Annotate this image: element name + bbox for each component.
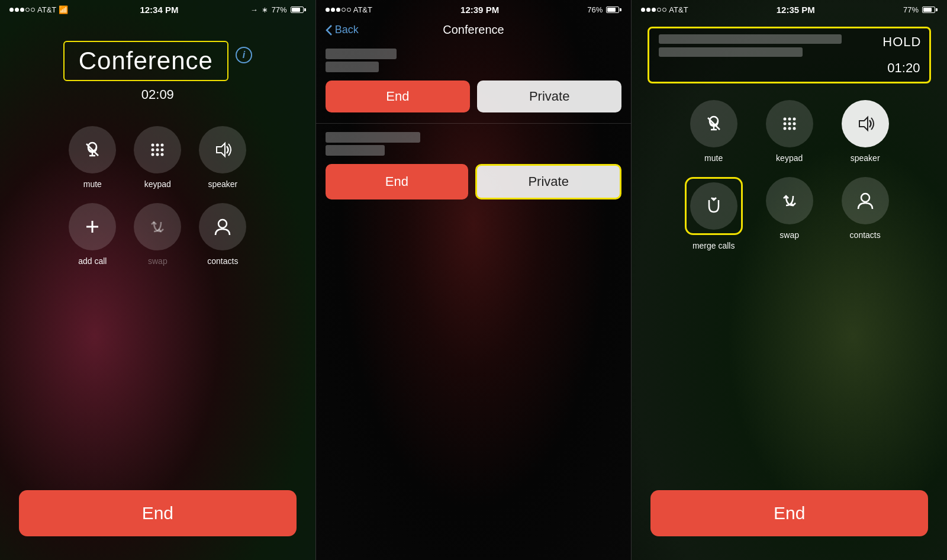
hold-box: HOLD 01:20 bbox=[648, 27, 931, 83]
mute-label-3: mute bbox=[704, 153, 723, 163]
svg-point-27 bbox=[783, 127, 786, 130]
battery-pct-3: 77% bbox=[903, 5, 919, 14]
keypad-icon bbox=[147, 139, 168, 160]
status-right-3: 77% bbox=[903, 5, 938, 14]
title-row-1: Conference i bbox=[63, 29, 252, 81]
svg-point-32 bbox=[861, 194, 869, 202]
svg-point-24 bbox=[783, 123, 786, 125]
mic-off-icon bbox=[82, 139, 103, 160]
status-right-1: → ∗ 77% bbox=[250, 5, 306, 14]
end-button-3[interactable]: End bbox=[650, 490, 928, 536]
private-button-caller1[interactable]: Private bbox=[477, 81, 621, 112]
battery-icon-3 bbox=[922, 7, 938, 13]
conference-title: Conference bbox=[79, 47, 213, 75]
caller-actions-1: End Private bbox=[316, 76, 632, 121]
status-left-3: AT&T bbox=[641, 5, 688, 14]
dot bbox=[20, 8, 24, 12]
back-chevron-icon bbox=[326, 24, 333, 36]
keypad-icon-3 bbox=[779, 113, 800, 134]
dot bbox=[331, 8, 335, 12]
merge-highlight-box bbox=[685, 177, 743, 235]
btn-col-contacts-3: contacts bbox=[836, 177, 894, 250]
speaker-icon bbox=[212, 139, 233, 160]
speaker-button[interactable] bbox=[199, 126, 246, 173]
end-button-1[interactable]: End bbox=[19, 490, 297, 536]
swap-label-3: swap bbox=[779, 230, 799, 240]
buttons-grid-1: mute keypad bbox=[57, 126, 258, 266]
speaker-button-3[interactable] bbox=[842, 100, 889, 147]
merge-icon bbox=[703, 195, 724, 217]
svg-point-22 bbox=[788, 118, 791, 121]
merge-calls-button[interactable] bbox=[690, 182, 737, 230]
status-left-2: AT&T bbox=[326, 5, 372, 14]
carrier-2: AT&T bbox=[353, 5, 372, 14]
status-right-2: 76% bbox=[587, 5, 621, 14]
caller-row-1 bbox=[316, 43, 632, 76]
svg-point-21 bbox=[783, 118, 786, 121]
btn-col-speaker-3: speaker bbox=[836, 100, 894, 163]
mute-label: mute bbox=[83, 179, 102, 189]
status-bar-2: AT&T 12:39 PM 76% bbox=[316, 0, 632, 17]
swap-button[interactable] bbox=[134, 203, 181, 250]
info-icon[interactable]: i bbox=[236, 47, 252, 63]
location-icon-1: → bbox=[250, 5, 258, 14]
call-timer-1: 02:09 bbox=[141, 87, 174, 102]
dot bbox=[25, 8, 30, 12]
btn-col-speaker: speaker bbox=[199, 126, 246, 189]
svg-marker-30 bbox=[859, 117, 868, 130]
btn-col-keypad: keypad bbox=[134, 126, 181, 189]
carrier-3: AT&T bbox=[669, 5, 688, 14]
keypad-button[interactable] bbox=[134, 126, 181, 173]
contacts-button[interactable] bbox=[199, 203, 246, 250]
dot bbox=[652, 8, 656, 12]
svg-point-26 bbox=[793, 123, 795, 125]
dot bbox=[9, 8, 14, 12]
divider bbox=[316, 123, 632, 124]
phone-panel-1: AT&T 📶 12:34 PM → ∗ 77% Conference i 02:… bbox=[0, 0, 315, 560]
battery-icon-1 bbox=[291, 7, 306, 13]
battery-icon-2 bbox=[606, 7, 621, 13]
svg-point-10 bbox=[152, 153, 154, 156]
contacts-button-3[interactable] bbox=[842, 177, 889, 224]
private-button-caller2[interactable]: Private bbox=[475, 164, 621, 199]
mic-off-icon-3 bbox=[703, 113, 724, 134]
svg-point-7 bbox=[152, 149, 154, 152]
btn-col-mute: mute bbox=[69, 126, 116, 189]
swap-icon-3 bbox=[779, 190, 800, 211]
status-bar-1: AT&T 📶 12:34 PM → ∗ 77% bbox=[0, 0, 315, 17]
person-icon bbox=[212, 216, 233, 237]
time-3: 12:35 PM bbox=[777, 5, 815, 15]
status-bar-3: AT&T 12:35 PM 77% bbox=[632, 0, 947, 17]
end-button-caller2[interactable]: End bbox=[326, 164, 468, 199]
keypad-button-3[interactable] bbox=[766, 100, 813, 147]
wifi-icon-1: 📶 bbox=[59, 5, 68, 14]
buttons-grid-3: mute keypad bbox=[673, 100, 906, 250]
btn-col-merge-3: merge calls bbox=[685, 177, 743, 250]
panel2-header: Back Conference bbox=[316, 17, 632, 43]
end-button-caller1[interactable]: End bbox=[326, 81, 470, 112]
btn-col-swap-3: swap bbox=[761, 177, 819, 250]
swap-icon bbox=[147, 216, 168, 237]
person-icon-3 bbox=[855, 190, 876, 211]
svg-point-25 bbox=[788, 123, 791, 125]
add-call-button[interactable] bbox=[69, 203, 116, 250]
dot bbox=[31, 8, 35, 12]
mute-button[interactable] bbox=[69, 126, 116, 173]
battery-pct-1: 77% bbox=[272, 5, 287, 14]
svg-point-9 bbox=[161, 149, 164, 152]
caller-bar bbox=[326, 49, 397, 59]
dot bbox=[641, 8, 645, 12]
btn-col-addcall: add call bbox=[69, 203, 116, 266]
swap-button-3[interactable] bbox=[766, 177, 813, 224]
svg-marker-13 bbox=[217, 143, 225, 156]
dot bbox=[657, 8, 661, 12]
dot bbox=[15, 8, 19, 12]
dot bbox=[347, 8, 351, 12]
btn-col-contacts: contacts bbox=[199, 203, 246, 266]
svg-point-6 bbox=[161, 144, 164, 147]
back-button[interactable]: Back bbox=[326, 24, 359, 36]
battery-pct-2: 76% bbox=[587, 5, 603, 14]
svg-point-8 bbox=[156, 149, 159, 152]
mute-button-3[interactable] bbox=[690, 100, 737, 147]
dot bbox=[662, 8, 666, 12]
